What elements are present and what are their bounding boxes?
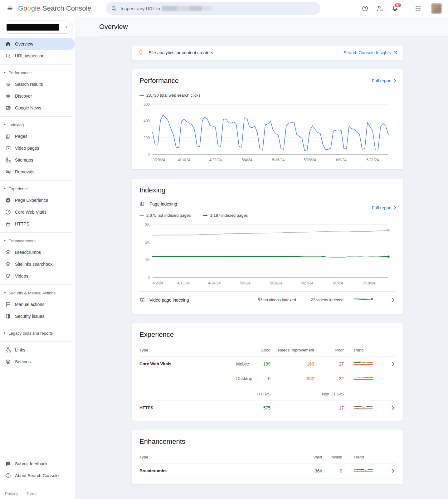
core-web-vitals-mobile-row[interactable]: Core Web Vitals Mobile 189 169 27	[139, 356, 396, 371]
sidebar-item-search-results[interactable]: G Search results	[0, 78, 75, 90]
sidebar-item-video-pages[interactable]: Video pages	[0, 142, 75, 154]
submit-feedback-button[interactable]: Submit feedback	[0, 458, 75, 470]
svg-text:5/4/24: 5/4/24	[242, 158, 252, 162]
top-bar: Google Search Console Inspect any URL in…	[0, 0, 448, 17]
divider	[0, 484, 72, 484]
svg-text:5/27/24: 5/27/24	[301, 281, 313, 285]
sidebar-item-discover[interactable]: Discover	[0, 90, 75, 102]
svg-text:0: 0	[148, 275, 150, 280]
video-page-indexing-row[interactable]: Video page indexing 53 no videos indexed…	[139, 291, 396, 308]
account-avatar[interactable]	[431, 3, 442, 14]
no-videos-indexed-count: 53 no videos indexed	[249, 298, 296, 302]
performance-line-chart[interactable]: 02004006003/29/244/10/244/22/245/4/245/1…	[139, 101, 396, 164]
indexing-full-report-link[interactable]: Full report	[372, 205, 398, 211]
chevron-right-icon[interactable]	[390, 405, 396, 411]
flag-icon	[5, 301, 11, 308]
chevron-right-icon[interactable]	[390, 468, 396, 474]
indexing-line-chart[interactable]: 01K2K3K4/2/244/13/244/24/245/5/245/16/24…	[139, 221, 396, 287]
svg-text:3/29/24: 3/29/24	[153, 158, 165, 162]
sidebar-item-removals[interactable]: Removals	[0, 166, 75, 178]
videos-indexed-count: 22 videos indexed	[296, 298, 343, 302]
legend-dash-gray	[139, 215, 144, 216]
svg-text:3K: 3K	[145, 222, 150, 227]
chevron-right-icon	[392, 205, 398, 211]
experience-title: Experience	[139, 331, 396, 339]
sidebar-section-legacy-tools[interactable]: Legacy tools and reports	[0, 327, 75, 339]
cwv-mobile-poor: 27	[314, 361, 344, 366]
sidebar-nav: Overview URL inspection Performance G Se…	[0, 38, 75, 368]
video-indexing-label: Video page indexing	[149, 298, 189, 303]
svg-text:5/16/24: 5/16/24	[272, 158, 285, 162]
terms-link[interactable]: Terms	[27, 491, 37, 496]
enhancements-title: Enhancements	[139, 438, 396, 446]
indexed-legend: 1,187 indexed pages	[203, 213, 248, 218]
sidebar-item-overview[interactable]: Overview	[0, 38, 75, 50]
sidebar-item-core-web-vitals[interactable]: Core Web Vitals	[0, 206, 75, 218]
about-search-console-button[interactable]: About Search Console	[0, 470, 75, 482]
page-indexing-row: Page indexing	[139, 201, 396, 207]
app-logo: Google Search Console	[18, 4, 91, 12]
user-settings-icon	[377, 5, 383, 12]
redacted-domain	[162, 6, 212, 11]
page-experience-icon	[5, 197, 11, 203]
sidebar-item-pages[interactable]: Pages	[0, 130, 75, 142]
search-console-insights-link[interactable]: Search Console Insights	[343, 50, 398, 55]
indexing-title: Indexing	[139, 186, 396, 194]
svg-text:2K: 2K	[145, 240, 150, 245]
sidebar-item-url-inspection[interactable]: URL inspection	[0, 50, 75, 62]
cwv-desktop-good: 0	[255, 376, 270, 381]
sidebar-section-security[interactable]: Security & Manual Actions	[0, 287, 75, 298]
apps-grid-button[interactable]	[412, 2, 424, 15]
device-label: Desktop	[230, 376, 255, 381]
sidebar-section-indexing[interactable]: Indexing	[0, 119, 75, 130]
sidebar-item-page-experience[interactable]: Page Experience	[0, 194, 75, 206]
layers-icon	[5, 249, 11, 255]
sidebar-item-settings[interactable]: Settings	[0, 356, 75, 368]
svg-text:400: 400	[144, 119, 150, 123]
page-indexing-label: Page indexing	[149, 201, 177, 206]
property-selector[interactable]	[2, 21, 73, 34]
svg-text:0: 0	[148, 152, 150, 157]
caret-down-icon	[3, 291, 7, 295]
sidebar-item-breadcrumbs[interactable]: Breadcrumbs	[0, 246, 75, 258]
sidebar-section-enhancements[interactable]: Enhancements	[0, 235, 75, 246]
enhancements-card: Enhancements Type Valid Invalid Trend Br…	[132, 430, 403, 484]
privacy-link[interactable]: Privacy	[5, 491, 18, 496]
topbar-actions: ? 97	[359, 2, 448, 15]
sidebar-item-videos[interactable]: Videos	[0, 270, 75, 282]
avatar-image	[431, 3, 442, 14]
sidebar-item-https[interactable]: HTTPS	[0, 218, 75, 230]
breadcrumbs-valid-count: 364	[277, 468, 322, 473]
svg-text:6/9/24: 6/9/24	[336, 158, 347, 162]
sidebar-item-sitelinks-searchbox[interactable]: Sitelinks searchbox	[0, 258, 75, 270]
user-settings-button[interactable]	[374, 2, 386, 15]
core-web-vitals-desktop-row[interactable]: Desktop 0 362 22	[139, 371, 396, 386]
divider	[0, 325, 72, 325]
notifications-button[interactable]: 97	[389, 2, 401, 15]
chevron-right-icon[interactable]	[390, 297, 396, 303]
svg-text:1K: 1K	[145, 258, 150, 262]
svg-text:4/13/24: 4/13/24	[177, 281, 190, 285]
enhancements-table-header: Type Valid Invalid Trend	[139, 451, 396, 463]
sidebar-section-experience[interactable]: Experience	[0, 183, 75, 194]
info-icon	[5, 472, 11, 479]
url-inspect-search-input[interactable]: Inspect any URL in	[106, 2, 320, 15]
performance-full-report-link[interactable]: Full report	[372, 78, 398, 84]
https-count: 575	[255, 405, 270, 410]
sidebar-section-performance[interactable]: Performance	[0, 67, 75, 78]
sidebar-item-sitemaps[interactable]: Sitemaps	[0, 154, 75, 166]
breadcrumbs-row[interactable]: Breadcrumbs 364 0	[139, 463, 396, 478]
sidebar-item-google-news[interactable]: Google News	[0, 102, 75, 114]
sidebar-item-manual-actions[interactable]: Manual actions	[0, 298, 75, 310]
google-logo: Google	[18, 4, 40, 12]
help-button[interactable]: ?	[359, 2, 371, 15]
svg-text:5/16/24: 5/16/24	[270, 281, 282, 285]
https-row[interactable]: HTTPS 575 17	[139, 400, 396, 415]
search-icon	[5, 53, 11, 59]
sidebar-item-security-issues[interactable]: Security issues	[0, 310, 75, 322]
video-pages-icon	[139, 297, 145, 303]
chevron-right-icon[interactable]	[390, 361, 396, 367]
svg-text:G: G	[6, 81, 10, 87]
sidebar-item-links[interactable]: Links	[0, 344, 75, 356]
menu-button[interactable]	[4, 2, 16, 15]
